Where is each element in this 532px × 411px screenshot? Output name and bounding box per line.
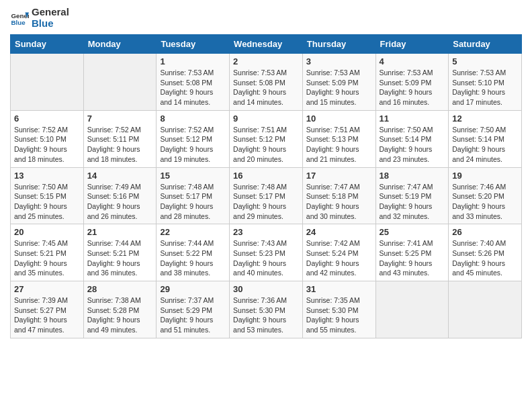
day-info: Sunrise: 7:48 AMSunset: 5:17 PMDaylight:… [160, 182, 226, 222]
day-info: Sunrise: 7:36 AMSunset: 5:30 PMDaylight:… [233, 295, 299, 335]
day-number: 12 [452, 113, 518, 124]
day-info: Sunrise: 7:39 AMSunset: 5:27 PMDaylight:… [14, 295, 80, 335]
calendar-cell: 24Sunrise: 7:42 AMSunset: 5:24 PMDayligh… [302, 224, 375, 281]
calendar-cell: 17Sunrise: 7:47 AMSunset: 5:18 PMDayligh… [302, 167, 375, 224]
logo: General Blue General Blue [10, 7, 69, 29]
day-number: 19 [452, 171, 518, 181]
day-info: Sunrise: 7:48 AMSunset: 5:17 PMDaylight:… [233, 182, 299, 222]
calendar-cell: 14Sunrise: 7:49 AMSunset: 5:16 PMDayligh… [83, 167, 157, 224]
day-info: Sunrise: 7:41 AMSunset: 5:25 PMDaylight:… [380, 238, 445, 278]
day-info: Sunrise: 7:45 AMSunset: 5:21 PMDaylight:… [14, 238, 80, 278]
calendar-table: SundayMondayTuesdayWednesdayThursdayFrid… [10, 34, 522, 338]
weekday-header-tuesday: Tuesday [157, 35, 230, 54]
day-info: Sunrise: 7:38 AMSunset: 5:28 PMDaylight:… [87, 295, 153, 335]
calendar-cell [449, 281, 522, 338]
weekday-header-sunday: Sunday [11, 35, 84, 54]
calendar-cell: 25Sunrise: 7:41 AMSunset: 5:25 PMDayligh… [375, 224, 449, 281]
day-info: Sunrise: 7:43 AMSunset: 5:23 PMDaylight:… [233, 238, 299, 278]
calendar-cell: 4Sunrise: 7:53 AMSunset: 5:09 PMDaylight… [375, 54, 449, 111]
logo-blue: Blue [32, 18, 69, 30]
calendar-cell [83, 54, 157, 111]
day-info: Sunrise: 7:37 AMSunset: 5:29 PMDaylight:… [160, 295, 226, 335]
calendar-cell: 29Sunrise: 7:37 AMSunset: 5:29 PMDayligh… [157, 281, 230, 338]
day-number: 16 [233, 171, 299, 181]
day-info: Sunrise: 7:47 AMSunset: 5:19 PMDaylight:… [380, 182, 445, 222]
day-info: Sunrise: 7:51 AMSunset: 5:13 PMDaylight:… [306, 125, 372, 165]
calendar-cell: 30Sunrise: 7:36 AMSunset: 5:30 PMDayligh… [230, 281, 303, 338]
day-number: 1 [160, 56, 226, 66]
calendar-cell: 3Sunrise: 7:53 AMSunset: 5:09 PMDaylight… [302, 54, 375, 111]
day-info: Sunrise: 7:46 AMSunset: 5:20 PMDaylight:… [452, 182, 518, 222]
day-number: 22 [160, 227, 226, 237]
day-number: 14 [87, 171, 153, 181]
day-info: Sunrise: 7:42 AMSunset: 5:24 PMDaylight:… [306, 238, 372, 278]
calendar-week-4: 20Sunrise: 7:45 AMSunset: 5:21 PMDayligh… [11, 224, 522, 281]
calendar-cell [375, 281, 449, 338]
day-number: 3 [306, 56, 372, 66]
day-number: 25 [380, 227, 445, 237]
day-number: 30 [233, 284, 299, 294]
calendar-cell: 2Sunrise: 7:53 AMSunset: 5:08 PMDaylight… [230, 54, 303, 111]
day-info: Sunrise: 7:52 AMSunset: 5:11 PMDaylight:… [87, 125, 153, 165]
day-info: Sunrise: 7:40 AMSunset: 5:26 PMDaylight:… [452, 238, 518, 278]
calendar-cell: 18Sunrise: 7:47 AMSunset: 5:19 PMDayligh… [375, 167, 449, 224]
day-number: 29 [160, 284, 226, 294]
calendar-cell: 22Sunrise: 7:44 AMSunset: 5:22 PMDayligh… [157, 224, 230, 281]
calendar-cell: 10Sunrise: 7:51 AMSunset: 5:13 PMDayligh… [302, 110, 375, 167]
calendar-cell: 5Sunrise: 7:53 AMSunset: 5:10 PMDaylight… [449, 54, 522, 111]
calendar-cell: 1Sunrise: 7:53 AMSunset: 5:08 PMDaylight… [157, 54, 230, 111]
weekday-header-friday: Friday [375, 35, 449, 54]
calendar-week-1: 1Sunrise: 7:53 AMSunset: 5:08 PMDaylight… [11, 54, 522, 111]
calendar-week-5: 27Sunrise: 7:39 AMSunset: 5:27 PMDayligh… [11, 281, 522, 338]
day-number: 2 [233, 56, 299, 66]
day-number: 23 [233, 227, 299, 237]
day-info: Sunrise: 7:44 AMSunset: 5:22 PMDaylight:… [160, 238, 226, 278]
day-number: 15 [160, 171, 226, 181]
weekday-header-saturday: Saturday [449, 35, 522, 54]
day-info: Sunrise: 7:53 AMSunset: 5:09 PMDaylight:… [306, 68, 372, 107]
calendar-cell: 7Sunrise: 7:52 AMSunset: 5:11 PMDaylight… [83, 110, 157, 167]
calendar-cell: 9Sunrise: 7:51 AMSunset: 5:12 PMDaylight… [230, 110, 303, 167]
page-header: General Blue General Blue [10, 7, 522, 29]
day-number: 18 [380, 171, 445, 181]
calendar-cell: 26Sunrise: 7:40 AMSunset: 5:26 PMDayligh… [449, 224, 522, 281]
calendar-cell: 19Sunrise: 7:46 AMSunset: 5:20 PMDayligh… [449, 167, 522, 224]
day-number: 26 [452, 227, 518, 237]
day-number: 11 [380, 113, 445, 124]
day-number: 9 [233, 113, 299, 124]
day-number: 7 [87, 113, 153, 124]
logo-icon: General Blue [10, 9, 29, 28]
day-number: 24 [306, 227, 372, 237]
day-number: 13 [14, 171, 80, 181]
day-number: 5 [452, 56, 518, 66]
calendar-cell: 13Sunrise: 7:50 AMSunset: 5:15 PMDayligh… [11, 167, 84, 224]
day-number: 27 [14, 284, 80, 294]
day-info: Sunrise: 7:53 AMSunset: 5:08 PMDaylight:… [233, 68, 299, 107]
weekday-header-wednesday: Wednesday [230, 35, 303, 54]
weekday-header-thursday: Thursday [302, 35, 375, 54]
calendar-cell: 11Sunrise: 7:50 AMSunset: 5:14 PMDayligh… [375, 110, 449, 167]
day-number: 4 [380, 56, 445, 66]
calendar-cell: 20Sunrise: 7:45 AMSunset: 5:21 PMDayligh… [11, 224, 84, 281]
day-info: Sunrise: 7:53 AMSunset: 5:08 PMDaylight:… [160, 68, 226, 107]
day-info: Sunrise: 7:52 AMSunset: 5:12 PMDaylight:… [160, 125, 226, 165]
calendar-cell: 27Sunrise: 7:39 AMSunset: 5:27 PMDayligh… [11, 281, 84, 338]
day-number: 28 [87, 284, 153, 294]
day-info: Sunrise: 7:51 AMSunset: 5:12 PMDaylight:… [233, 125, 299, 165]
day-info: Sunrise: 7:49 AMSunset: 5:16 PMDaylight:… [87, 182, 153, 222]
day-info: Sunrise: 7:50 AMSunset: 5:14 PMDaylight:… [452, 125, 518, 165]
calendar-cell: 21Sunrise: 7:44 AMSunset: 5:21 PMDayligh… [83, 224, 157, 281]
calendar-body: 1Sunrise: 7:53 AMSunset: 5:08 PMDaylight… [11, 54, 522, 338]
day-number: 10 [306, 113, 372, 124]
calendar-cell: 28Sunrise: 7:38 AMSunset: 5:28 PMDayligh… [83, 281, 157, 338]
day-info: Sunrise: 7:52 AMSunset: 5:10 PMDaylight:… [14, 125, 80, 165]
day-info: Sunrise: 7:35 AMSunset: 5:30 PMDaylight:… [306, 295, 372, 335]
svg-text:Blue: Blue [11, 18, 26, 26]
day-info: Sunrise: 7:50 AMSunset: 5:14 PMDaylight:… [380, 125, 445, 165]
calendar-cell: 8Sunrise: 7:52 AMSunset: 5:12 PMDaylight… [157, 110, 230, 167]
calendar-cell [11, 54, 84, 111]
calendar-cell: 12Sunrise: 7:50 AMSunset: 5:14 PMDayligh… [449, 110, 522, 167]
calendar-cell: 15Sunrise: 7:48 AMSunset: 5:17 PMDayligh… [157, 167, 230, 224]
day-info: Sunrise: 7:44 AMSunset: 5:21 PMDaylight:… [87, 238, 153, 278]
day-number: 6 [14, 113, 80, 124]
